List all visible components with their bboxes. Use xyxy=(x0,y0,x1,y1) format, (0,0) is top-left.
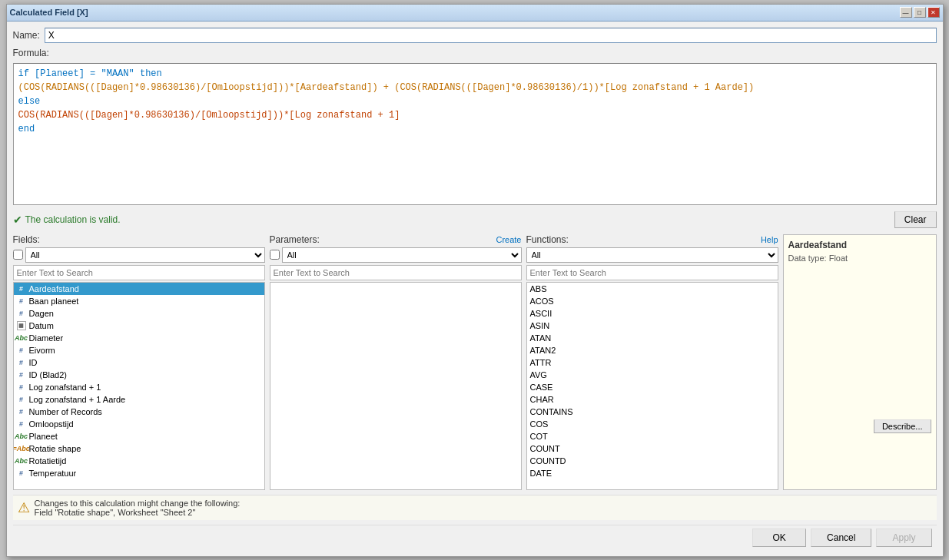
hash-icon: # xyxy=(17,358,26,367)
title-bar-left: Calculated Field [X] xyxy=(10,8,88,17)
fields-dropdown[interactable]: All xyxy=(25,247,265,263)
dialog-content: Name: Formula: if [Planeet] = "MAAN" the… xyxy=(7,22,943,556)
help-link[interactable]: Help xyxy=(761,235,778,244)
fields-title: Fields: xyxy=(13,234,40,245)
list-item[interactable]: # Baan planeet xyxy=(14,295,264,307)
hash-icon: # xyxy=(17,284,26,293)
warning-row: ⚠ Changes to this calculation might chan… xyxy=(13,495,937,520)
list-item[interactable]: ATAN2 xyxy=(527,344,778,356)
list-item-label: Log zonafstand + 1 xyxy=(29,383,101,392)
list-item-label: ABS xyxy=(530,284,547,293)
parameters-title: Parameters: xyxy=(270,234,320,245)
functions-panel: Functions: Help All ABS ACOS ASCII ASIN … xyxy=(526,234,778,490)
functions-header: Functions: Help xyxy=(526,234,778,245)
list-item[interactable]: Abc Diameter xyxy=(14,332,264,344)
apply-button[interactable]: Apply xyxy=(876,529,931,547)
list-item[interactable]: # ID (Blad2) xyxy=(14,369,264,381)
list-item[interactable]: # Number of Records xyxy=(14,406,264,418)
list-item[interactable]: COS xyxy=(527,418,778,430)
functions-search-input[interactable] xyxy=(526,265,778,280)
list-item[interactable]: # Omloopstijd xyxy=(14,418,264,430)
fields-all-checkbox[interactable] xyxy=(13,250,23,260)
params-checkbox-wrap xyxy=(270,250,280,260)
list-item[interactable]: # ID xyxy=(14,356,264,369)
list-item[interactable]: AVG xyxy=(527,369,778,381)
list-item-label: Number of Records xyxy=(29,407,102,416)
fields-search-input[interactable] xyxy=(13,265,265,280)
formula-editor[interactable]: if [Planeet] = "MAAN" then (COS(RADIANS(… xyxy=(13,63,937,205)
list-item[interactable]: COUNT xyxy=(527,442,778,455)
formula-line-2: (COS(RADIANS(([Dagen]*0.98630136)/[Omloo… xyxy=(18,81,931,94)
hash-icon: # xyxy=(17,395,26,404)
functions-title: Functions: xyxy=(526,234,569,245)
list-item[interactable]: # Eivorm xyxy=(14,344,264,356)
list-item-label: ATTR xyxy=(530,358,552,367)
list-item[interactable]: # Aardeafstand xyxy=(14,283,264,295)
ok-button[interactable]: OK xyxy=(752,529,806,547)
list-item[interactable]: Abc Planeet xyxy=(14,430,264,442)
list-item[interactable]: ABS xyxy=(527,283,778,295)
create-link[interactable]: Create xyxy=(496,235,521,244)
button-row: OK Cancel Apply xyxy=(13,525,937,550)
list-item[interactable]: =Abc Rotatie shape xyxy=(14,442,264,455)
list-item[interactable]: COT xyxy=(527,430,778,442)
formula-label: Formula: xyxy=(13,48,937,58)
describe-button[interactable]: Describe... xyxy=(874,419,931,433)
list-item[interactable]: # Log zonafstand + 1 xyxy=(14,381,264,393)
list-item[interactable]: # Log zonafstand + 1 Aarde xyxy=(14,393,264,406)
calculated-field-window: Calculated Field [X] — □ ✕ Name: Formula… xyxy=(6,4,944,557)
list-item-label: Omloopstijd xyxy=(29,419,74,429)
validation-row: ✔ The calculation is valid. Clear xyxy=(13,210,937,230)
list-item[interactable]: DATE xyxy=(527,467,778,479)
clear-button[interactable]: Clear xyxy=(894,211,937,228)
functions-dropdown[interactable]: All xyxy=(526,247,778,263)
formula-line-3: else xyxy=(18,94,931,108)
list-item[interactable]: CONTAINS xyxy=(527,406,778,418)
title-bar: Calculated Field [X] — □ ✕ xyxy=(7,5,943,22)
hash-icon: # xyxy=(17,370,26,379)
list-item[interactable]: COUNTD xyxy=(527,455,778,467)
warning-line1: Changes to this calculation might change… xyxy=(35,499,932,508)
list-item[interactable]: ATAN xyxy=(527,332,778,344)
list-item[interactable]: ▦ Datum xyxy=(14,320,264,332)
list-item-label: COT xyxy=(530,432,548,441)
name-input[interactable] xyxy=(45,28,937,43)
list-item-label: Rotatietijd xyxy=(29,456,67,466)
params-dropdown[interactable]: All xyxy=(282,247,522,263)
eq-abc-icon: =Abc xyxy=(17,444,26,453)
list-item[interactable]: ASIN xyxy=(527,320,778,332)
params-all-checkbox[interactable] xyxy=(270,250,280,260)
list-item-label: Temperatuur xyxy=(29,469,77,478)
check-icon: ✔ xyxy=(13,214,22,226)
list-item[interactable]: ACOS xyxy=(527,295,778,307)
warning-line2: Field "Rotatie shape", Worksheet "Sheet … xyxy=(35,508,932,517)
list-item-label: Planeet xyxy=(29,432,58,441)
hash-icon: # xyxy=(17,419,26,429)
params-list xyxy=(270,282,522,490)
list-item-label: COUNTD xyxy=(530,456,566,466)
list-item[interactable]: # Dagen xyxy=(14,307,264,320)
list-item-label: COS xyxy=(530,419,549,429)
params-search-input[interactable] xyxy=(270,265,522,280)
hash-icon: # xyxy=(17,383,26,392)
maximize-button[interactable]: □ xyxy=(914,7,926,18)
list-item-label: ID xyxy=(29,358,38,367)
close-button[interactable]: ✕ xyxy=(927,7,940,18)
list-item-label: DATE xyxy=(530,469,552,478)
hash-icon: # xyxy=(17,469,26,478)
list-item[interactable]: CASE xyxy=(527,381,778,393)
list-item[interactable]: # Temperatuur xyxy=(14,467,264,479)
validation-message: ✔ The calculation is valid. xyxy=(13,214,121,226)
list-item-label: Rotatie shape xyxy=(29,444,81,453)
list-item[interactable]: ATTR xyxy=(527,356,778,369)
hash-icon: # xyxy=(17,297,26,306)
minimize-button[interactable]: — xyxy=(900,7,912,18)
list-item-label: AVG xyxy=(530,370,547,379)
functions-dropdown-row: All xyxy=(526,247,778,263)
abc-icon: Abc xyxy=(17,432,26,441)
list-item-label: ACOS xyxy=(530,297,554,306)
cancel-button[interactable]: Cancel xyxy=(811,529,871,547)
list-item[interactable]: Abc Rotatietijd xyxy=(14,455,264,467)
list-item[interactable]: CHAR xyxy=(527,393,778,406)
list-item[interactable]: ASCII xyxy=(527,307,778,320)
